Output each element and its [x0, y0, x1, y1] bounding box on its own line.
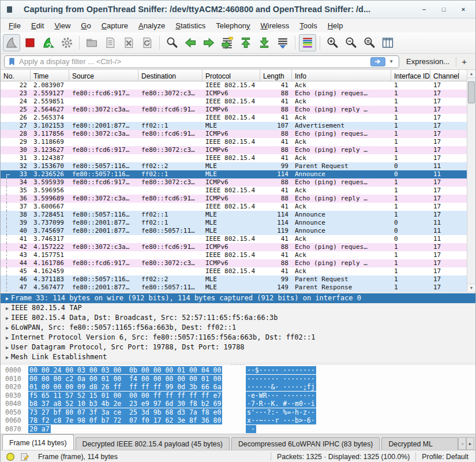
column-header-info[interactable]: Info — [292, 70, 391, 81]
auto-scroll-button[interactable] — [274, 34, 291, 51]
packet-row-44[interactable]: 444.161786fe80::fcd6:917…fe80::3072:c3…I… — [1, 259, 468, 267]
menu-item-tools[interactable]: Tools — [294, 20, 322, 32]
detail-row[interactable]: ▸6LoWPAN, Src: fe80::5057:1165:f56a:663b… — [1, 323, 475, 333]
hex-bytes[interactable]: 73 27 bf 80 07 3f 3a ce 25 3d 9b 68 d3 7… — [28, 408, 229, 417]
packet-row-38[interactable]: 383.728451fe80::5057:116…ff02::1MLE114An… — [1, 211, 468, 219]
close-button[interactable]: × — [459, 5, 467, 13]
packet-row-42[interactable]: 424.157222fe80::3072:c3a…fe80::fcd6:91…I… — [1, 243, 468, 251]
menu-item-analyze[interactable]: Analyze — [133, 20, 170, 32]
column-header-no[interactable]: No. — [1, 70, 31, 81]
byte-tab-3[interactable]: Decrypted ML — [381, 437, 458, 450]
zoom-in-button[interactable] — [324, 34, 341, 51]
expand-arrow-icon[interactable]: ▸ — [3, 303, 11, 313]
scrollbar-thumb[interactable] — [468, 81, 475, 103]
packet-row-32[interactable]: 323.153670fe80::5057:116…ff02::2MLE99Par… — [1, 162, 468, 170]
packet-row-46[interactable]: 464.371183fe80::5057:116…ff02::2MLE99Par… — [1, 275, 468, 284]
menu-item-file[interactable]: File — [3, 20, 26, 32]
byte-tab-1[interactable]: Decrypted IEEE 802.15.4 payload (45 byte… — [76, 437, 230, 450]
packet-row-28[interactable]: 283.117856fe80::3072:c3a…fe80::fcd6:91…I… — [1, 130, 468, 138]
capture-options-button[interactable] — [58, 34, 76, 51]
packet-row-39[interactable]: 393.737099fe80::2001:877…ff02::1MLE114An… — [1, 219, 468, 227]
find-packet-button[interactable] — [163, 34, 181, 51]
go-to-packet-button[interactable] — [219, 34, 236, 51]
open-file-button[interactable] — [83, 34, 100, 51]
zoom-reset-button[interactable] — [361, 34, 378, 51]
hex-bytes[interactable]: 00 00 00 c2 0a 00 01 00 f4 00 00 00 00 0… — [28, 375, 229, 383]
tab-scroll-left-button[interactable]: ◄ — [458, 437, 466, 450]
go-back-button[interactable] — [182, 34, 199, 51]
column-header-destination[interactable]: Destination — [138, 70, 203, 81]
hex-bytes[interactable]: 01 00 00 00 09 d8 26 ff ff ff ff 99 0d 3… — [28, 383, 229, 392]
maximize-button[interactable]: □ — [440, 5, 448, 13]
stop-capture-button[interactable] — [21, 34, 39, 51]
packet-row-33[interactable]: 333.236526fe80::5057:116…ff02::1MLE114An… — [1, 170, 468, 178]
resize-columns-button[interactable] — [379, 34, 396, 51]
menu-item-help[interactable]: Help — [323, 20, 348, 32]
column-header-protocol[interactable]: Protocol — [203, 70, 260, 81]
hex-ascii[interactable]: x··~···r ···b>·6· — [246, 416, 316, 425]
add-filter-button[interactable]: + — [456, 57, 472, 66]
status-profile[interactable]: Profile: Default — [422, 453, 468, 461]
column-header-time[interactable]: Time — [31, 70, 69, 81]
packet-row-43[interactable]: 434.157751IEEE 802.15.441Ack117 — [1, 251, 468, 259]
menu-item-view[interactable]: View — [49, 20, 76, 32]
detail-row[interactable]: ▸IEEE 802.15.4 TAP — [1, 303, 475, 313]
zoom-out-button[interactable] — [342, 34, 359, 51]
expand-arrow-icon[interactable]: ▸ — [3, 352, 11, 362]
menu-item-go[interactable]: Go — [76, 20, 96, 32]
packet-row-35[interactable]: 353.596956IEEE 802.15.441Ack117 — [1, 187, 468, 195]
packet-row-30[interactable]: 303.123627fe80::fcd6:917…fe80::3072:c3…I… — [1, 146, 468, 154]
hex-ascii[interactable]: ······&· ·····;fj — [246, 383, 316, 392]
detail-row[interactable]: ▸Frame 33: 114 bytes on wire (912 bits),… — [1, 293, 475, 303]
filter-apply-button[interactable] — [370, 57, 385, 66]
restart-capture-button[interactable] — [40, 34, 57, 51]
byte-tab-2[interactable]: Decompressed 6LoWPAN IPHC (83 bytes) — [231, 437, 380, 450]
detail-row[interactable]: ▸Mesh Link Establishment — [1, 352, 475, 362]
packet-row-34[interactable]: 343.595939fe80::fcd6:917…fe80::3072:c3…I… — [1, 178, 468, 187]
column-header-source[interactable]: Source — [69, 70, 138, 81]
expand-arrow-icon[interactable]: ▸ — [3, 342, 11, 352]
packet-row-36[interactable]: 363.599689fe80::3072:c3a…fe80::fcd6:91…I… — [1, 195, 468, 203]
column-header-interface-id[interactable]: Interface ID — [391, 70, 430, 81]
packet-row-24[interactable]: 242.559851IEEE 802.15.441Ack117 — [1, 98, 468, 106]
detail-row[interactable]: ▸User Datagram Protocol, Src Port: 19788… — [1, 342, 475, 352]
filter-bookmark-icon[interactable] — [6, 57, 17, 67]
menu-item-capture[interactable]: Capture — [96, 20, 133, 32]
close-file-button[interactable] — [120, 34, 137, 51]
detail-row[interactable]: ▸IEEE 802.15.4 Data, Dst: Broadcast, Src… — [1, 313, 475, 323]
expert-info-icon[interactable] — [6, 452, 15, 461]
go-last-button[interactable] — [256, 34, 273, 51]
expression-button[interactable]: Expression... — [399, 57, 456, 66]
packet-row-25[interactable]: 252.564627fe80::3072:c3a…fe80::fcd6:91…I… — [1, 106, 468, 114]
packet-row-29[interactable]: 293.118669IEEE 802.15.441Ack117 — [1, 138, 468, 146]
start-capture-button[interactable] — [3, 34, 20, 51]
scroll-down-icon[interactable]: ▼ — [467, 284, 475, 292]
packet-row-40[interactable]: 403.745697fe80::2001:877…fe80::5057:11…M… — [1, 227, 468, 235]
packet-row-31[interactable]: 313.124387IEEE 802.15.441Ack117 — [1, 154, 468, 162]
packet-row-27[interactable]: 273.102153fe80::2001:877…ff02::1MLE107Ad… — [1, 122, 468, 130]
packet-row-23[interactable]: 232.559127fe80::fcd6:917…fe80::3072:c3…I… — [1, 90, 468, 98]
hex-bytes[interactable]: 20 a7 — [28, 425, 229, 434]
hex-bytes[interactable]: 78 f2 c8 7e 98 0f b7 72 07 f0 17 62 3e 8… — [28, 416, 229, 425]
column-header-channel[interactable]: Channel — [430, 70, 459, 81]
tab-scroll-right-button[interactable]: ► — [466, 437, 474, 450]
byte-tab-0[interactable]: Frame (114 bytes) — [2, 434, 74, 450]
colorize-button[interactable] — [299, 34, 316, 51]
go-forward-button[interactable] — [200, 34, 218, 51]
hex-ascii[interactable]: s'···?:· %=·h·z·· — [246, 408, 316, 417]
filter-dropdown-button[interactable]: ▼ — [385, 59, 397, 64]
hex-ascii[interactable]: ·7·R··K. #··m0··i — [246, 400, 316, 408]
menu-item-telephony[interactable]: Telephony — [211, 20, 255, 32]
capture-comment-icon[interactable] — [20, 452, 29, 461]
hex-ascii[interactable]: ··$····· ········ — [246, 366, 316, 375]
display-filter-input[interactable] — [17, 57, 370, 66]
save-file-button[interactable] — [102, 34, 119, 51]
column-header-length[interactable]: Length — [260, 70, 292, 81]
packet-row-22[interactable]: 222.083907IEEE 802.15.441Ack117 — [1, 81, 468, 90]
menu-item-wireless[interactable]: Wireless — [256, 20, 295, 32]
expand-arrow-icon[interactable]: ▸ — [3, 293, 11, 303]
hex-bytes[interactable]: b8 37 a8 52 10 b3 4b 2e 23 e9 97 6d 30 f… — [28, 400, 229, 408]
detail-row[interactable]: ▸Internet Protocol Version 6, Src: fe80:… — [1, 333, 475, 342]
expand-arrow-icon[interactable]: ▸ — [3, 333, 11, 342]
hex-bytes[interactable]: f5 65 11 57 52 15 01 00 00 00 ff ff ff f… — [28, 392, 229, 400]
